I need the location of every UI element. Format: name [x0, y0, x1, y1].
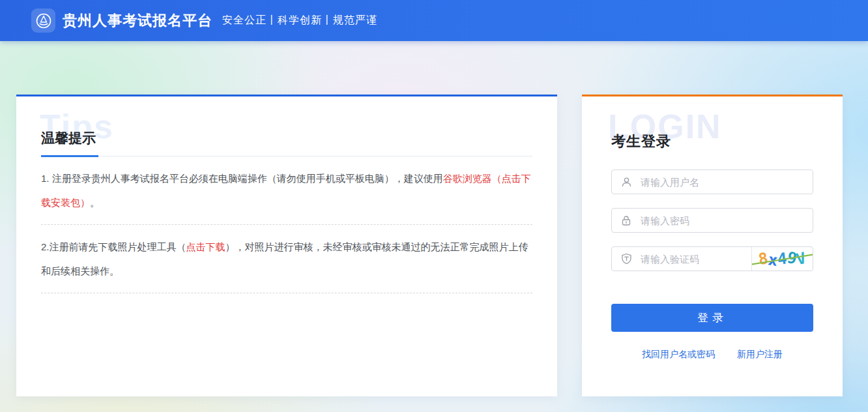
register-link[interactable]: 新用户注册 [737, 349, 783, 360]
login-button[interactable]: 登录 [611, 304, 813, 332]
tip-2-text-a: 2.注册前请先下载照片处理工具（ [41, 241, 186, 252]
tips-panel: Tips 温馨提示 1. 注册登录贵州人事考试报名平台必须在电脑端操作（请勿使用… [16, 95, 557, 396]
app-title: 贵州人事考试报名平台 [63, 11, 212, 31]
app-slogan: 安全公正丨科学创新丨规范严谨 [222, 14, 377, 27]
tip-1-text: 1. 注册登录贵州人事考试报名平台必须在电脑端操作（请勿使用手机或平板电脑），建… [41, 173, 443, 184]
lock-icon [612, 215, 641, 226]
captcha-image[interactable]: 8 x 4 9 V [751, 247, 813, 271]
platform-logo [31, 8, 55, 33]
tips-heading-wrap: 温馨提示 [41, 129, 532, 156]
login-links: 找回用户名或密码 新用户注册 [611, 349, 813, 360]
captcha-char-5: V [794, 249, 808, 269]
tips-heading-accent [41, 155, 98, 157]
captcha-input[interactable] [641, 247, 751, 271]
captcha-row: 8 x 4 9 V [611, 246, 813, 271]
tip-1-period: 。 [90, 197, 100, 208]
tips-divider-2 [41, 293, 532, 293]
photo-tool-download-link[interactable]: 点击下载 [186, 241, 225, 252]
forgot-credentials-link[interactable]: 找回用户名或密码 [642, 349, 715, 360]
tips-heading: 温馨提示 [41, 130, 96, 145]
mountain-emblem-icon [35, 12, 52, 29]
tip-item-1: 1. 注册登录贵州人事考试报名平台必须在电脑端操作（请勿使用手机或平板电脑），建… [41, 166, 532, 214]
login-heading: 考生登录 [611, 132, 813, 151]
login-panel: LOGIN 考生登录 [582, 95, 843, 396]
user-icon [612, 177, 641, 188]
app-header: 贵州人事考试报名平台 安全公正丨科学创新丨规范严谨 [0, 0, 868, 41]
shield-verify-icon [612, 253, 641, 265]
username-input[interactable] [641, 170, 813, 194]
password-input[interactable] [641, 209, 813, 232]
tips-divider-1 [41, 224, 532, 225]
username-row [611, 169, 813, 194]
password-row [611, 208, 813, 233]
tip-item-2: 2.注册前请先下载照片处理工具（点击下载），对照片进行审核，未经审核或审核未通过… [41, 235, 532, 283]
